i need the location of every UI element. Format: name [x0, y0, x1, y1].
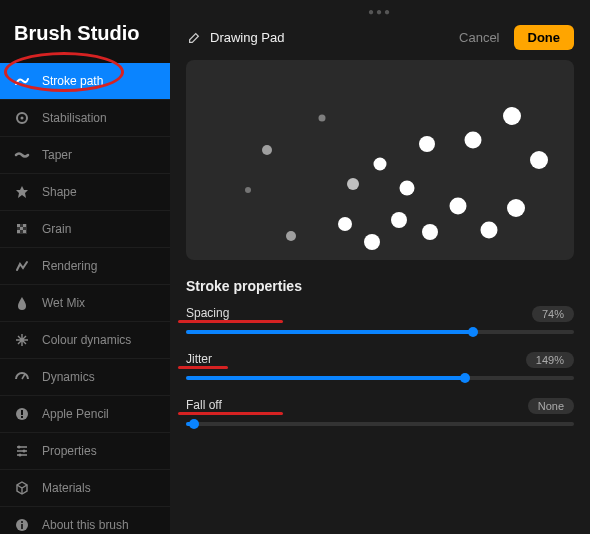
sidebar: Brush Studio Stroke path Stabilisation T… — [0, 0, 170, 534]
svg-rect-10 — [21, 410, 23, 415]
header: Drawing Pad Cancel Done — [186, 21, 574, 60]
dynamics-icon — [14, 369, 30, 385]
stroke-path-icon — [14, 73, 30, 89]
app-title: Brush Studio — [0, 16, 170, 63]
prop-label: Jitter — [186, 352, 212, 368]
sidebar-item-label: About this brush — [42, 518, 129, 532]
svg-rect-11 — [21, 416, 23, 418]
drawing-pad-canvas[interactable] — [186, 60, 574, 260]
sidebar-item-dynamics[interactable]: Dynamics — [0, 359, 170, 396]
brush-dot — [318, 115, 325, 122]
falloff-slider[interactable] — [186, 422, 574, 426]
brush-dot — [480, 222, 497, 239]
properties-icon — [14, 443, 30, 459]
shape-icon — [14, 184, 30, 200]
sidebar-item-materials[interactable]: Materials — [0, 470, 170, 507]
brush-dot — [503, 107, 521, 125]
sidebar-item-label: Materials — [42, 481, 91, 495]
drag-handle-icon[interactable]: ●●● — [368, 0, 392, 21]
svg-rect-4 — [23, 224, 26, 227]
svg-point-17 — [19, 454, 22, 457]
property-jitter: Jitter 149% — [186, 352, 574, 380]
sidebar-item-taper[interactable]: Taper — [0, 137, 170, 174]
main-panel: ●●● Drawing Pad Cancel Done Stroke prope… — [170, 0, 590, 534]
svg-point-20 — [21, 521, 23, 523]
svg-point-1 — [21, 117, 24, 120]
section-title: Stroke properties — [186, 278, 574, 294]
stabilisation-icon — [14, 110, 30, 126]
brush-dot — [419, 136, 435, 152]
wet-mix-icon — [14, 295, 30, 311]
sidebar-item-label: Taper — [42, 148, 72, 162]
sidebar-item-rendering[interactable]: Rendering — [0, 248, 170, 285]
sidebar-item-wet-mix[interactable]: Wet Mix — [0, 285, 170, 322]
brush-dot — [262, 145, 272, 155]
sidebar-item-label: Shape — [42, 185, 77, 199]
info-icon — [14, 517, 30, 533]
taper-icon — [14, 147, 30, 163]
svg-rect-7 — [23, 230, 26, 233]
sidebar-item-label: Dynamics — [42, 370, 95, 384]
svg-rect-3 — [17, 224, 20, 227]
colour-dynamics-icon — [14, 332, 30, 348]
brush-dot — [245, 187, 251, 193]
brush-dot — [347, 178, 359, 190]
property-falloff: Fall off None — [186, 398, 574, 426]
brush-dot — [530, 151, 548, 169]
prop-label: Spacing — [186, 306, 229, 322]
sidebar-item-label: Stabilisation — [42, 111, 107, 125]
brush-dot — [338, 217, 352, 231]
cancel-button[interactable]: Cancel — [459, 30, 499, 45]
brush-dot — [364, 234, 380, 250]
sidebar-item-label: Properties — [42, 444, 97, 458]
brush-dot — [507, 199, 525, 217]
svg-rect-6 — [17, 230, 20, 233]
sidebar-item-label: Apple Pencil — [42, 407, 109, 421]
sidebar-item-stabilisation[interactable]: Stabilisation — [0, 100, 170, 137]
sidebar-item-apple-pencil[interactable]: Apple Pencil — [0, 396, 170, 433]
sidebar-item-properties[interactable]: Properties — [0, 433, 170, 470]
grain-icon — [14, 221, 30, 237]
sidebar-item-shape[interactable]: Shape — [0, 174, 170, 211]
sidebar-item-label: Grain — [42, 222, 71, 236]
sidebar-item-stroke-path[interactable]: Stroke path — [0, 63, 170, 100]
brush-dot — [422, 224, 438, 240]
drawing-pad-title: Drawing Pad — [186, 30, 284, 46]
svg-line-8 — [22, 374, 25, 379]
materials-icon — [14, 480, 30, 496]
brush-dot — [374, 158, 387, 171]
prop-value: 149% — [526, 352, 574, 368]
prop-value: 74% — [532, 306, 574, 322]
sidebar-item-label: Stroke path — [42, 74, 103, 88]
svg-point-15 — [18, 446, 21, 449]
svg-rect-19 — [21, 524, 23, 529]
prop-value: None — [528, 398, 574, 414]
brush-dot — [400, 181, 415, 196]
svg-point-16 — [23, 450, 26, 453]
sidebar-item-grain[interactable]: Grain — [0, 211, 170, 248]
brush-dot — [391, 212, 407, 228]
sidebar-item-colour-dynamics[interactable]: Colour dynamics — [0, 322, 170, 359]
apple-pencil-icon — [14, 406, 30, 422]
drawing-pad-label: Drawing Pad — [210, 30, 284, 45]
brush-dot — [449, 198, 466, 215]
sidebar-item-label: Wet Mix — [42, 296, 85, 310]
brush-dot — [286, 231, 296, 241]
spacing-slider[interactable] — [186, 330, 574, 334]
sidebar-item-label: Rendering — [42, 259, 97, 273]
done-button[interactable]: Done — [514, 25, 575, 50]
sidebar-item-about[interactable]: About this brush — [0, 507, 170, 534]
jitter-slider[interactable] — [186, 376, 574, 380]
sidebar-item-label: Colour dynamics — [42, 333, 131, 347]
brush-dot — [465, 132, 482, 149]
property-spacing: Spacing 74% — [186, 306, 574, 334]
rendering-icon — [14, 258, 30, 274]
edit-icon — [186, 30, 202, 46]
svg-rect-5 — [20, 227, 23, 230]
prop-label: Fall off — [186, 398, 222, 414]
